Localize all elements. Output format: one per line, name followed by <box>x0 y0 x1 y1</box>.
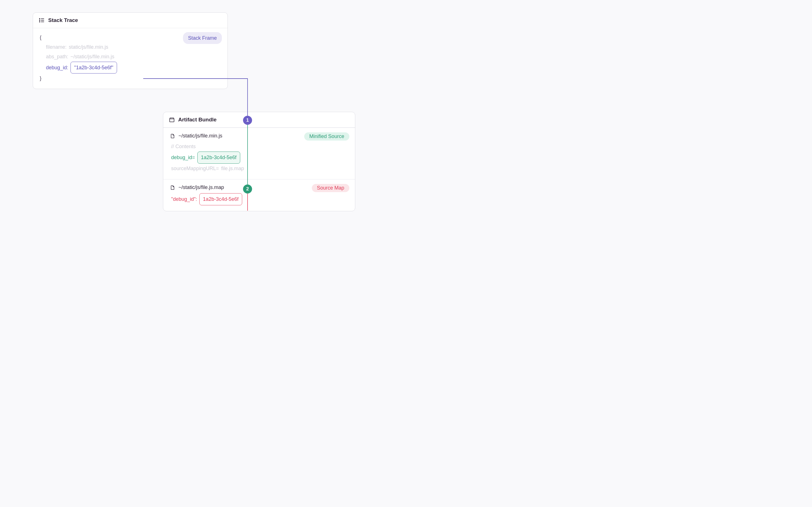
sourcemap-url-row: sourceMappingURL= file.js.map <box>171 164 348 173</box>
filename-key: filename: <box>46 42 66 52</box>
artifact-bundle-header: Artifact Bundle <box>163 112 355 128</box>
close-brace: } <box>40 73 221 83</box>
minified-section: Minified Source ~/static/js/file.min.js … <box>163 128 355 179</box>
sourcemap-debug-id-key: "debug_id": <box>171 194 197 204</box>
sourcemap-content: "debug_id": 1a2b-3c4d-5e6f <box>170 193 348 205</box>
minified-content: // Contents debug_id= 1a2b-3c4d-5e6f sou… <box>170 142 348 173</box>
abs-path-row: abs_path: ~/static/js/file.min.js <box>40 52 221 61</box>
abs-path-key: abs_path: <box>46 52 68 61</box>
abs-path-value: ~/static/js/file.min.js <box>70 52 114 61</box>
svg-point-5 <box>40 21 40 22</box>
stack-frame-badge: Stack Frame <box>183 32 222 44</box>
stack-trace-title: Stack Trace <box>48 17 78 23</box>
debug-id-value-box: "1a2b-3c4d-5e6f" <box>70 62 117 73</box>
contents-comment: // Contents <box>171 142 348 152</box>
step-badge-1: 1 <box>243 116 252 125</box>
file-icon <box>170 185 175 190</box>
bundle-icon <box>169 117 175 123</box>
minified-debug-id-value: 1a2b-3c4d-5e6f <box>197 152 240 164</box>
artifact-bundle-title: Artifact Bundle <box>178 117 216 123</box>
sourcemap-debug-id-row: "debug_id": 1a2b-3c4d-5e6f <box>171 193 348 205</box>
stack-trace-header: Stack Trace <box>33 13 227 28</box>
minified-debug-id-key: debug_id= <box>171 153 195 163</box>
debug-id-row: debug_id: "1a2b-3c4d-5e6f" <box>40 62 221 73</box>
artifact-bundle-card: Artifact Bundle Minified Source ~/static… <box>163 112 355 211</box>
minified-debug-id-row: debug_id= 1a2b-3c4d-5e6f <box>171 152 348 164</box>
minified-file-path: ~/static/js/file.min.js <box>179 133 222 139</box>
minified-badge: Minified Source <box>304 132 349 140</box>
sourcemap-badge: Source Map <box>312 184 349 192</box>
svg-rect-6 <box>170 119 174 122</box>
svg-point-4 <box>40 20 40 20</box>
list-icon <box>39 17 45 23</box>
sourcemap-url-value: file.js.map <box>221 164 244 173</box>
sourcemap-file-path: ~/static/js/file.js.map <box>179 184 224 190</box>
sourcemap-section: Source Map ~/static/js/file.js.map "debu… <box>163 179 355 211</box>
file-icon <box>170 133 175 138</box>
sourcemap-url-key: sourceMappingURL= <box>171 164 219 173</box>
sourcemap-debug-id-value: 1a2b-3c4d-5e6f <box>199 193 242 205</box>
filename-value: static/js/file.min.js <box>69 42 108 52</box>
svg-point-3 <box>40 18 40 19</box>
stack-trace-body: Stack Frame { filename: static/js/file.m… <box>33 28 227 89</box>
step-badge-2: 2 <box>243 184 252 193</box>
debug-id-key: debug_id: <box>46 63 68 72</box>
stack-trace-card: Stack Trace Stack Frame { filename: stat… <box>33 12 228 89</box>
